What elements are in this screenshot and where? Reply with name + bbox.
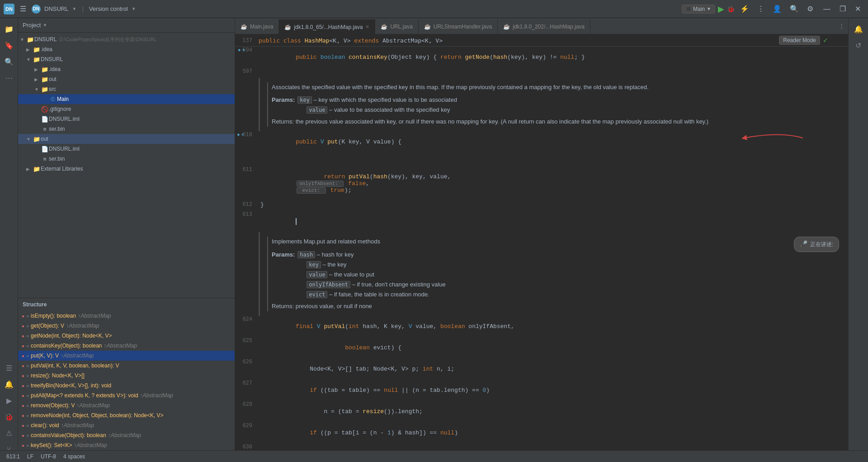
sidebar-icon-notifications[interactable]: 🔔 [2,377,16,391]
line-content-627: if ((tab = table) == null || (n = tab.le… [259,380,848,401]
tree-out-iml[interactable]: 📄 DNSURL.iml [18,144,235,154]
structure-item-isempty[interactable]: ● ○ isEmpty(): boolean ↑AbstractMap [18,311,235,321]
tts-bubble[interactable]: 🎤 正在讲述: [794,237,839,252]
tab-main-java[interactable]: ☕ Main.java [235,19,279,34]
line-number-629: 629 [235,422,259,429]
tree-idea-folder[interactable]: ▶ 📁 .idea [18,44,235,54]
tab-urlstreamhandler-java[interactable]: ☕ URLStreamHandler.java [419,19,498,34]
tree-out2-folder[interactable]: ▼ 📁 out [18,134,235,144]
close-button[interactable]: ✕ [851,4,864,14]
code-line-610: ● ⊕ 610 public V put(K key, V value) { [235,131,848,166]
status-encoding[interactable]: UTF-8 [39,453,58,460]
window-controls: — ❐ ✕ [820,4,864,14]
structure-item-containskey[interactable]: ● ○ containsKey(Object): boolean ↑Abstra… [18,341,235,351]
structure-item-get[interactable]: ● ○ get(Object): V ↑AbstractMap [18,321,235,331]
tab-hashmap-java2[interactable]: ☕ jdk1.8.0_202/...HashMap.java [498,19,590,34]
search-icon[interactable]: 🔍 [787,4,802,14]
tree-ser-bin[interactable]: ≡ ser.bin [18,124,235,134]
sidebar-icon-find[interactable]: 🔍 [2,54,16,69]
tab-urlstreamhandler-label: URLStreamHandler.java [434,24,492,30]
tree-root[interactable]: ▼ 📁 DNSURL D:\CodeProject\java\反序列化专题\DN… [18,34,235,44]
tree-out-serbin[interactable]: ≡ ser.bin [18,154,235,164]
right-sidebar-history[interactable]: ↺ [851,38,866,52]
sidebar-icon-project[interactable]: 📁 [2,22,16,36]
project-panel-header: Project ▼ [18,18,235,33]
line-content-594: public boolean containsKey(Object key) {… [259,47,848,68]
tree-main-class[interactable]: © Main [18,94,235,104]
line-number-611: 611 [235,166,259,173]
structure-item-put[interactable]: ● ○ put(K, V): V ↑AbstractMap [18,351,235,361]
hamburger-menu[interactable]: ☰ [18,3,28,15]
structure-item-remove[interactable]: ● ○ remove(Object): V ↑AbstractMap [18,400,235,410]
project-panel: Project ▼ ▼ 📁 DNSURL D:\CodeProject\java… [18,18,235,462]
status-indent[interactable]: 4 spaces [61,453,87,460]
sidebar-icon-bookmarks[interactable]: 🔖 [2,38,16,52]
code-line-597: 597 [235,68,848,78]
version-control-label[interactable]: Version control [89,5,128,12]
tab-url-java[interactable]: ☕ URL.java [375,19,418,34]
structure-item-putval[interactable]: ● ○ putVal(int, K, V, boolean, boolean):… [18,361,235,371]
sidebar-icon-more[interactable]: ⋯ [2,71,16,85]
doc2-returns: Returns: previous value, or null if none [272,301,839,311]
project-panel-arrow[interactable]: ▼ [42,23,47,28]
structure-item-clear[interactable]: ● ○ clear(): void ↑AbstractMap [18,420,235,430]
line-content-624: final V putVal(int hash, K key, V value,… [259,316,848,337]
line-content-613 [259,211,848,232]
structure-item-containsvalue[interactable]: ● ○ containsValue(Object): boolean ↑Abst… [18,430,235,440]
structure-item-getnode[interactable]: ● ○ getNode(int, Object): Node<K, V> [18,331,235,341]
account-icon[interactable]: 👤 [770,4,784,14]
debug-button[interactable]: 🐞 [727,5,735,13]
run-config-selector[interactable]: Main ▼ [682,5,715,14]
tts-label: 正在讲述: [810,240,833,249]
tab-url-label: URL.java [390,24,412,30]
reader-mode-button[interactable]: Reader Mode [779,36,820,45]
tab-hashmap-label: jdk1.8.0_65/...HashMap.java [294,24,363,30]
tree-dnsurl-idea[interactable]: ▶ 📁 .idea [18,64,235,74]
minimize-button[interactable]: — [820,4,834,14]
tab-hashmap2-label: jdk1.8.0_202/...HashMap.java [513,24,585,30]
line-number-628: 628 [235,401,259,408]
line-number-626: 626 [235,358,259,365]
sidebar-icon-structure[interactable]: ☰ [2,361,16,375]
settings-icon[interactable]: ⚙ [804,4,816,14]
tab-hashmap-java[interactable]: ☕ jdk1.8.0_65/...HashMap.java ✕ [279,19,375,34]
tab-close-hashmap[interactable]: ✕ [365,24,369,30]
tree-src-folder[interactable]: ▼ 📁 src [18,84,235,94]
tree-dnsurl-iml[interactable]: 📄 DNSURL.iml [18,114,235,124]
tab-more-button[interactable]: ⋮ [835,23,848,29]
status-position[interactable]: 613:1 [5,453,22,460]
tab-bar: ☕ Main.java ☕ jdk1.8.0_65/...HashMap.jav… [235,18,848,34]
code-editor[interactable]: ● ● 594 public boolean containsKey(Objec… [235,47,848,462]
run-button[interactable]: ▶ [718,4,724,14]
sidebar-icon-problems[interactable]: ⚠ [2,426,16,440]
structure-item-treeifybin[interactable]: ● ○ treeifyBin(Node<K, V>[], int): void [18,381,235,391]
tree-external-libs[interactable]: ▶ 📁 External Libraries [18,164,235,174]
structure-header: Structure [18,298,235,311]
tree-out-folder[interactable]: ▶ 📁 out [18,74,235,84]
version-control-arrow[interactable]: ▼ [132,6,136,11]
project-dropdown-arrow[interactable]: ▼ [72,6,76,11]
coverage-button[interactable]: ⚡ [737,4,752,14]
doc1-params: Params: key – key with which the specifi… [272,95,708,115]
status-line-ending[interactable]: LF [25,453,35,460]
code-line-625: 625 boolean evict) { [235,337,848,358]
more-options-button[interactable]: ⋮ [755,4,767,14]
right-sidebar-notifications[interactable]: 🔔 [851,22,866,36]
tree-dnsurl-folder[interactable]: ▼ 📁 DNSURL [18,54,235,64]
structure-item-resize[interactable]: ● ○ resize(): Node<K, V>[] [18,371,235,381]
maximize-button[interactable]: ❐ [836,4,849,14]
doc2-params: Params: hash – hash for key key – the ke… [272,250,839,300]
structure-item-keyset[interactable]: ● ○ keySet(): Set<K> ↑AbstractMap [18,440,235,450]
structure-item-removenode[interactable]: ● ○ removeNode(int, Object, Object, bool… [18,410,235,420]
sidebar-icon-run[interactable]: ▶ [2,393,16,408]
line-content-628: n = (tab = resize()).length; [259,401,848,422]
tree-gitignore[interactable]: 🚫 .gitignore [18,104,235,114]
tab-main-label: Main.java [250,24,273,30]
line-number-612: 612 [235,201,259,208]
structure-item-putall[interactable]: ● ○ putAll(Map<? extends K, ? extends V>… [18,391,235,400]
line-number-610: ● ⊕ 610 [235,131,259,138]
reader-mode-checkmark: ✓ [823,37,828,44]
line-number-613: 613 [235,211,259,218]
tree-root-label: DNSURL [34,36,57,43]
sidebar-icon-debug[interactable]: 🐞 [2,410,16,424]
